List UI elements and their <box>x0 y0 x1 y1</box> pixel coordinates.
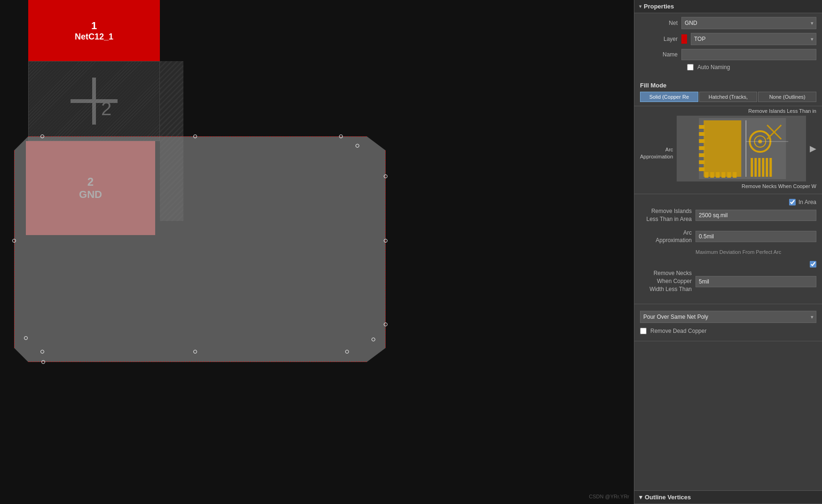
preview-right-arrow: ▶ <box>810 143 816 154</box>
fill-btn-solid[interactable]: Solid (Copper Re <box>640 92 698 102</box>
remove-islands-header-label: Remove Islands Less Than in <box>640 108 816 114</box>
preview-left-labels: Arc Approximation <box>640 116 673 181</box>
svg-rect-29 <box>770 158 772 177</box>
hatch-pattern <box>29 62 159 141</box>
fill-mode-buttons: Solid (Copper Re Hatched (Tracks, None (… <box>640 92 816 102</box>
outline-vertices-section[interactable]: ▾ Outline Vertices <box>634 490 822 504</box>
in-area-checkbox[interactable] <box>789 199 796 205</box>
pcb-preview-image <box>677 116 806 181</box>
net-dropdown[interactable]: GND <box>681 17 816 29</box>
arc-approx-input[interactable] <box>696 231 816 242</box>
properties-panel: ▾ Properties Net GND Layer TOP Name <box>634 0 822 504</box>
svg-rect-15 <box>716 172 720 178</box>
remove-islands-label: Remove Islands Less Than in Area <box>640 207 692 223</box>
divider-2 <box>634 304 822 304</box>
arc-approx-row: Arc Approximation <box>634 227 822 245</box>
arc-approx-side-label: Arc Approximation <box>640 146 673 161</box>
pour-over-dropdown[interactable]: Pour Over Same Net Poly <box>640 311 816 323</box>
vertex-right-top[interactable] <box>384 174 387 178</box>
svg-rect-11 <box>699 160 705 164</box>
remove-necks-check-row <box>634 259 822 269</box>
name-input[interactable] <box>681 49 816 60</box>
remove-dead-copper-checkbox[interactable] <box>640 328 647 334</box>
auto-naming-checkbox[interactable] <box>687 64 694 71</box>
svg-rect-28 <box>766 158 768 177</box>
layer-row: Layer TOP <box>640 33 816 45</box>
copper-zone[interactable] <box>14 136 386 362</box>
svg-rect-8 <box>699 139 705 143</box>
fill-mode-section: Fill Mode Solid (Copper Re Hatched (Trac… <box>634 78 822 106</box>
panel-main-content: Net GND Layer TOP Name <box>634 13 822 78</box>
remove-dead-copper-row: Remove Dead Copper <box>634 327 822 338</box>
remove-islands-row: Remove Islands Less Than in Area <box>634 207 822 223</box>
canvas-area[interactable]: 1 NetC12_1 2 2 GND CSDN @YRr.YRr <box>0 0 634 504</box>
vertex-top-mid1[interactable] <box>193 134 197 138</box>
remove-islands-input[interactable] <box>696 210 816 221</box>
svg-rect-16 <box>722 172 726 178</box>
outline-vertices-title: Outline Vertices <box>645 494 691 501</box>
remove-necks-header-label: Remove Necks When Cooper W <box>640 183 816 189</box>
remove-necks-checkbox[interactable] <box>810 261 816 268</box>
vertex-bot-right[interactable] <box>345 350 349 354</box>
arc-hint-row: Maximum Deviation From Perfect Arc <box>634 248 822 259</box>
pad-netc12: 1 NetC12_1 <box>28 0 160 61</box>
remove-dead-copper-label: Remove Dead Copper <box>650 328 706 334</box>
properties-title: Properties <box>644 3 674 10</box>
svg-rect-14 <box>711 172 714 178</box>
fill-btn-none[interactable]: None (Outlines) <box>758 92 816 102</box>
vertex-top-right[interactable] <box>339 134 343 138</box>
vertex-right-bot[interactable] <box>384 323 387 326</box>
auto-naming-label: Auto Naming <box>697 64 730 71</box>
pad1-net: NetC12_1 <box>75 32 113 42</box>
arc-approx-label: Arc Approximation <box>640 229 692 245</box>
fill-btn-hatched[interactable]: Hatched (Tracks, <box>699 92 758 102</box>
vertex-left-mid[interactable] <box>12 239 16 243</box>
vertex-right-mid[interactable] <box>384 239 387 243</box>
name-label: Name <box>640 51 678 58</box>
svg-rect-25 <box>755 158 757 177</box>
layer-label: Layer <box>640 36 678 42</box>
vertex-bot-mid[interactable] <box>193 350 197 354</box>
layer-dropdown[interactable]: TOP <box>691 33 816 45</box>
pad1-number: 1 <box>91 20 97 32</box>
component-body: 2 <box>28 61 160 141</box>
fill-mode-title: Fill Mode <box>640 82 816 89</box>
layer-color-indicator <box>681 34 687 44</box>
svg-rect-17 <box>727 172 731 178</box>
vertex-bot-left[interactable] <box>41 360 45 364</box>
svg-rect-18 <box>733 172 737 178</box>
svg-rect-10 <box>699 153 705 157</box>
net-dropdown-wrapper[interactable]: GND <box>681 17 816 29</box>
svg-rect-5 <box>704 120 742 177</box>
net-row: Net GND <box>640 17 816 29</box>
outline-vertices-arrow-icon: ▾ <box>639 494 642 501</box>
auto-naming-row: Auto Naming <box>640 64 816 71</box>
svg-rect-6 <box>699 125 705 129</box>
pcb-preview-svg <box>677 116 806 181</box>
pour-over-dropdown-wrapper[interactable]: Pour Over Same Net Poly <box>640 311 816 323</box>
vertex-corner-tr[interactable] <box>356 144 359 148</box>
pour-over-row: Pour Over Same Net Poly <box>634 307 822 327</box>
svg-rect-26 <box>759 158 761 177</box>
preview-container: Remove Islands Less Than in Arc Approxim… <box>634 106 822 191</box>
remove-necks-input[interactable] <box>696 276 816 287</box>
name-row: Name <box>640 49 816 60</box>
svg-rect-9 <box>699 146 705 150</box>
vertex-corner-bl[interactable] <box>24 336 28 340</box>
vertex-top-left[interactable] <box>40 134 44 138</box>
properties-arrow-icon: ▾ <box>639 4 641 9</box>
vertex-corner-br[interactable] <box>371 338 375 341</box>
divider-3 <box>634 341 822 341</box>
remove-necks-label: Remove Necks When Copper Width Less Than <box>640 269 692 293</box>
layer-dropdown-wrapper[interactable]: TOP <box>691 33 816 45</box>
watermark: CSDN @YRr.YRr <box>589 494 629 499</box>
divider-1 <box>634 194 822 194</box>
properties-header[interactable]: ▾ Properties <box>634 0 822 13</box>
remove-necks-row: Remove Necks When Copper Width Less Than <box>634 269 822 297</box>
svg-rect-13 <box>705 172 709 178</box>
net-label: Net <box>640 20 678 26</box>
vertex-bot-left2[interactable] <box>40 350 44 354</box>
in-area-label: In Area <box>798 199 816 205</box>
svg-rect-12 <box>699 167 705 171</box>
in-area-row: In Area <box>634 197 822 207</box>
